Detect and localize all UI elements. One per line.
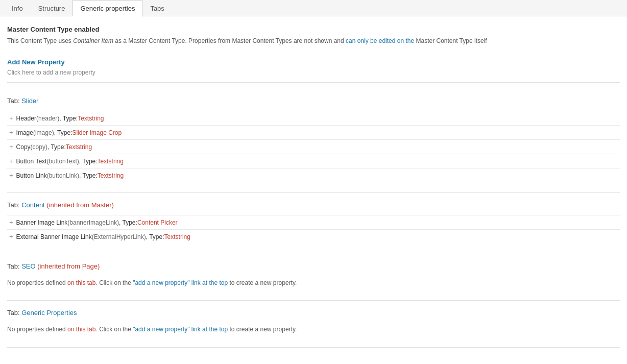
- prop-name: Button Text: [16, 158, 47, 165]
- plus-icon[interactable]: +: [9, 233, 13, 240]
- tab-section-title-generic-props: Tab: Generic Properties: [7, 307, 620, 319]
- tab-section-generic-props: Tab: Generic PropertiesNo properties def…: [7, 307, 620, 336]
- tab-generic-properties[interactable]: Generic properties: [73, 0, 142, 16]
- plus-icon[interactable]: +: [9, 129, 13, 136]
- prop-type-label: , Type:: [79, 172, 98, 179]
- tab-section-prefix-slider: Tab:: [7, 97, 21, 105]
- prop-type-label: , Type:: [54, 129, 73, 136]
- prop-alias: (bannerImageLink): [67, 219, 119, 226]
- no-properties-text-generic-props: No properties defined on this tab. Click…: [7, 323, 620, 336]
- prop-name: Button Link: [16, 172, 47, 179]
- tab-section-slider: Tab: Slider+Header (header), Type: Texts…: [7, 95, 620, 182]
- prop-type-value: Slider Image Crop: [72, 129, 122, 136]
- prop-type-value: Textstring: [98, 172, 124, 179]
- property-row: +External Banner Image Link (ExternalHyp…: [7, 229, 620, 244]
- tab-section-prefix-content: Tab:: [7, 201, 21, 209]
- property-row: +Header (header), Type: Textstring: [7, 111, 620, 125]
- content-area: Master Content Type enabled This Content…: [0, 16, 627, 363]
- tab-section-seo: Tab: SEO (inherited from Page)No propert…: [7, 260, 620, 290]
- tab-section-main-slider: Slider: [21, 97, 38, 105]
- prop-alias: (copy): [31, 143, 47, 151]
- property-row: +Copy (copy), Type: Textstring: [7, 139, 620, 154]
- prop-alias: (image): [33, 129, 54, 136]
- tab-section-suffix-seo: (inherited from Page): [36, 262, 100, 270]
- prop-type-label: , Type:: [47, 143, 66, 151]
- tab-section-main-generic-props: Generic Properties: [21, 309, 77, 317]
- plus-icon[interactable]: +: [9, 157, 13, 165]
- plus-icon[interactable]: +: [9, 114, 13, 122]
- prop-name: Banner Image Link: [16, 219, 68, 226]
- desc-middle: as a Master Content Type. Properties fro…: [113, 37, 346, 44]
- tab-section-main-content: Content: [21, 201, 45, 209]
- desc-before: This Content Type uses: [7, 37, 73, 44]
- plus-icon[interactable]: +: [9, 219, 13, 226]
- property-row: +Banner Image Link (bannerImageLink), Ty…: [7, 215, 620, 229]
- plus-icon[interactable]: +: [9, 143, 13, 151]
- prop-type-value: Content Picker: [137, 219, 178, 226]
- tab-section-suffix-content: (inherited from Master): [45, 201, 114, 209]
- prop-alias: (ExternalHyperLink): [92, 233, 146, 240]
- prop-name: Copy: [16, 143, 31, 151]
- tab-section-prefix-generic-props: Tab:: [7, 309, 21, 317]
- no-properties-text-seo: No properties defined on this tab. Click…: [7, 276, 620, 290]
- property-row: +Button Link (buttonLink), Type: Textstr…: [7, 168, 620, 182]
- prop-type-label: , Type:: [59, 115, 78, 122]
- property-row: +Button Text (buttonText), Type: Textstr…: [7, 154, 620, 168]
- prop-type-label: , Type:: [79, 158, 98, 165]
- prop-type-value: Textstring: [78, 115, 104, 122]
- master-content-type-desc: This Content Type uses Container Item as…: [7, 36, 620, 46]
- tab-section-content: Tab: Content (inherited from Master)+Ban…: [7, 199, 620, 244]
- tab-bar: InfoStructureGeneric propertiesTabs: [0, 0, 627, 16]
- add-new-property-title[interactable]: Add New Property: [7, 58, 620, 66]
- master-content-type-link[interactable]: can only be edited on the: [346, 37, 414, 44]
- tab-section-title-slider: Tab: Slider: [7, 95, 620, 107]
- tab-section-main-seo: SEO: [21, 262, 35, 270]
- tab-section-title-content: Tab: Content (inherited from Master): [7, 199, 620, 211]
- desc-italic: Container Item: [73, 37, 113, 44]
- add-new-property-section: Add New Property Click here to add a new…: [7, 58, 620, 83]
- prop-type-label: , Type:: [119, 219, 137, 226]
- tab-section-prefix-seo: Tab:: [7, 262, 21, 270]
- prop-type-value: Textstring: [98, 158, 124, 165]
- plus-icon[interactable]: +: [9, 172, 13, 179]
- desc-after: Master Content Type itself: [414, 37, 487, 44]
- prop-type-label: , Type:: [146, 233, 164, 240]
- prop-alias: (buttonLink): [47, 172, 79, 179]
- tab-section-title-seo: Tab: SEO (inherited from Page): [7, 260, 620, 272]
- prop-type-value: Textstring: [164, 233, 190, 240]
- prop-alias: (buttonText): [46, 158, 79, 165]
- tab-tabs[interactable]: Tabs: [142, 0, 172, 16]
- master-content-type-title: Master Content Type enabled: [7, 26, 620, 33]
- prop-name: Header: [16, 115, 36, 122]
- prop-alias: (header): [36, 115, 59, 122]
- add-new-property-hint: Click here to add a new property: [7, 68, 620, 77]
- master-content-type-section: Master Content Type enabled This Content…: [7, 26, 620, 46]
- tab-info[interactable]: Info: [4, 0, 31, 16]
- prop-type-value: Textstring: [66, 143, 92, 151]
- tab-structure[interactable]: Structure: [31, 0, 73, 16]
- prop-name: Image: [16, 129, 33, 136]
- property-row: +Image (image), Type: Slider Image Crop: [7, 125, 620, 139]
- tab-sections-container: Tab: Slider+Header (header), Type: Texts…: [7, 95, 620, 347]
- prop-name: External Banner Image Link: [16, 233, 92, 240]
